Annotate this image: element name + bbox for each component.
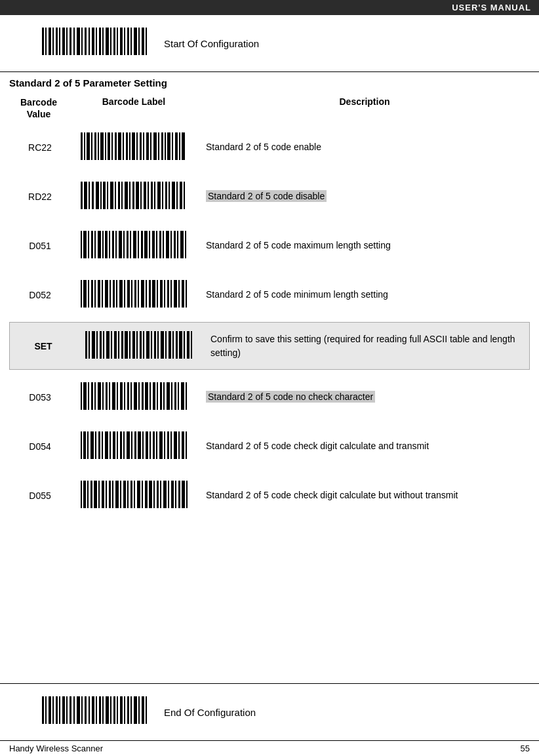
- svg-rect-184: [98, 382, 101, 410]
- svg-rect-41: [118, 132, 121, 160]
- svg-rect-123: [94, 280, 96, 308]
- svg-rect-211: [87, 431, 89, 459]
- svg-rect-20: [113, 28, 115, 55]
- svg-rect-49: [146, 132, 149, 160]
- svg-rect-282: [89, 696, 90, 724]
- svg-rect-118: [185, 231, 186, 258]
- svg-rect-50: [150, 132, 151, 160]
- svg-rect-188: [112, 382, 115, 410]
- svg-rect-280: [81, 696, 83, 724]
- svg-rect-75: [136, 182, 139, 209]
- svg-rect-22: [120, 28, 123, 55]
- svg-rect-203: [167, 382, 170, 410]
- svg-rect-109: [152, 231, 155, 258]
- svg-rect-288: [110, 696, 111, 724]
- svg-rect-48: [143, 132, 144, 160]
- svg-rect-17: [102, 28, 104, 55]
- svg-rect-130: [119, 280, 123, 308]
- svg-rect-140: [157, 280, 158, 308]
- row-description: Standard 2 of 5 code check digit calcula…: [199, 439, 530, 453]
- svg-rect-248: [112, 481, 113, 508]
- svg-rect-269: [42, 696, 44, 724]
- section-title: Standard 2 of 5 Parameter Setting: [0, 72, 539, 92]
- svg-rect-122: [91, 280, 93, 308]
- svg-rect-13: [89, 28, 90, 55]
- svg-rect-81: [157, 182, 161, 209]
- row-barcode: [68, 428, 199, 464]
- svg-rect-67: [107, 182, 108, 209]
- svg-rect-69: [115, 182, 116, 209]
- svg-rect-222: [127, 431, 130, 459]
- svg-rect-193: [130, 382, 132, 410]
- svg-rect-23: [124, 28, 125, 55]
- svg-rect-113: [166, 231, 169, 258]
- svg-rect-292: [124, 696, 125, 724]
- svg-rect-152: [96, 331, 98, 359]
- svg-rect-46: [136, 132, 138, 160]
- table-row: RD22: [9, 172, 530, 221]
- svg-rect-253: [130, 481, 132, 508]
- svg-rect-207: [181, 382, 184, 410]
- svg-rect-78: [148, 182, 149, 209]
- svg-rect-290: [117, 696, 118, 724]
- svg-rect-241: [87, 481, 89, 508]
- svg-rect-227: [146, 431, 148, 459]
- svg-rect-19: [110, 28, 111, 55]
- svg-rect-173: [172, 331, 174, 359]
- svg-rect-159: [121, 331, 123, 359]
- svg-rect-262: [163, 481, 167, 508]
- table-row: D053: [9, 372, 530, 422]
- svg-rect-178: [191, 331, 192, 359]
- svg-rect-27: [138, 28, 140, 55]
- svg-rect-47: [140, 132, 142, 160]
- bottom-section: End Of Configuration Handy Wireless Scan…: [0, 683, 539, 756]
- svg-rect-71: [121, 182, 123, 209]
- svg-rect-134: [134, 280, 136, 308]
- svg-rect-200: [157, 382, 158, 410]
- svg-rect-138: [149, 280, 151, 308]
- svg-rect-225: [138, 431, 141, 459]
- svg-rect-100: [119, 231, 122, 258]
- svg-rect-24: [127, 28, 129, 55]
- svg-rect-263: [168, 481, 169, 508]
- svg-rect-274: [59, 696, 60, 724]
- svg-rect-252: [127, 481, 129, 508]
- row-code: RC22: [9, 142, 68, 153]
- svg-rect-106: [141, 231, 143, 258]
- svg-rect-4: [56, 28, 58, 55]
- col-header-barcode-label: Barcode Label: [68, 96, 199, 120]
- table-row: D055: [9, 471, 530, 520]
- svg-rect-239: [81, 481, 82, 508]
- svg-rect-154: [103, 331, 104, 359]
- table-row: RC22: [9, 123, 530, 172]
- svg-rect-97: [109, 231, 110, 258]
- highlight-text: Standard 2 of 5 code disable: [206, 190, 327, 202]
- svg-rect-221: [123, 431, 125, 459]
- svg-rect-142: [164, 280, 165, 308]
- row-description: Standard 2 of 5 code enable: [199, 140, 530, 154]
- svg-rect-66: [103, 182, 106, 209]
- svg-rect-182: [91, 382, 93, 410]
- svg-rect-187: [109, 382, 110, 410]
- svg-rect-208: [186, 382, 187, 410]
- svg-rect-214: [98, 431, 100, 459]
- svg-rect-99: [115, 231, 117, 258]
- svg-rect-271: [49, 696, 51, 724]
- svg-rect-89: [81, 231, 82, 258]
- svg-rect-238: [186, 431, 187, 459]
- svg-rect-190: [120, 382, 123, 410]
- svg-rect-28: [142, 28, 144, 55]
- svg-rect-10: [77, 28, 80, 55]
- svg-rect-6: [62, 28, 65, 55]
- highlight-text: Standard 2 of 5 code no check character: [206, 391, 375, 403]
- svg-rect-116: [177, 231, 178, 258]
- svg-rect-212: [90, 431, 94, 459]
- svg-rect-169: [157, 331, 159, 359]
- svg-rect-171: [165, 331, 167, 359]
- row-code: D052: [9, 290, 68, 300]
- svg-rect-151: [92, 331, 95, 359]
- svg-rect-161: [129, 331, 130, 359]
- svg-rect-37: [105, 132, 106, 160]
- svg-rect-54: [165, 132, 166, 160]
- svg-rect-234: [170, 431, 172, 459]
